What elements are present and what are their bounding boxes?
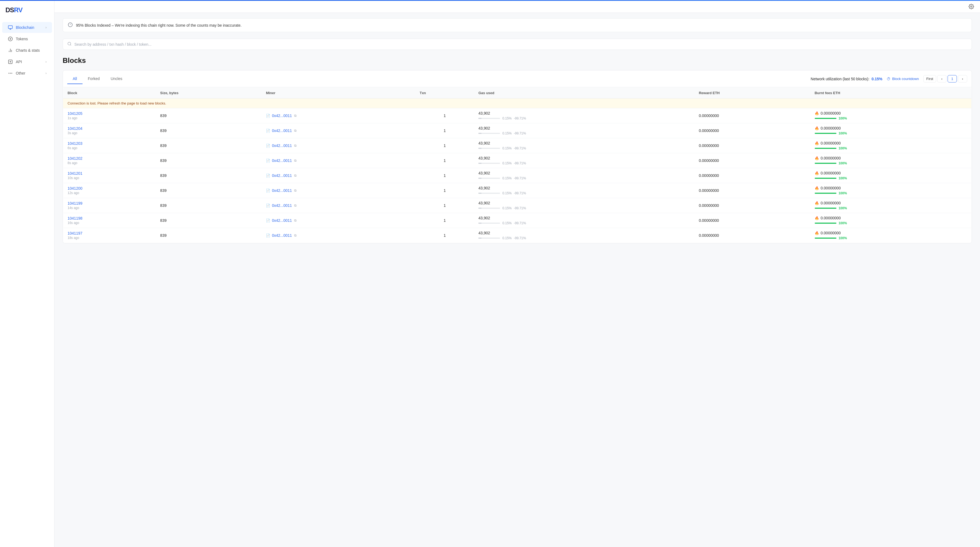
table-controls: Network utilization (last 50 blocks): 0.… bbox=[811, 75, 967, 82]
top-bar bbox=[54, 1, 980, 13]
next-page-button[interactable]: › bbox=[958, 75, 967, 82]
txn-cell-8: 1 bbox=[415, 228, 474, 243]
current-page-button[interactable]: 1 bbox=[948, 75, 957, 82]
sidebar-item-blockchain[interactable]: Blockchain › bbox=[2, 22, 52, 33]
table-row: 1041201 10s ago 839 📄 0x42...0011 ⧉ 1 43… bbox=[63, 168, 972, 183]
gas-cell-0: 43,902 0.15% -99.71% bbox=[474, 108, 694, 123]
copy-miner-button-7[interactable]: ⧉ bbox=[294, 219, 297, 222]
gas-pct-6: 0.15% bbox=[502, 206, 512, 210]
fire-icon-2: 🔥 bbox=[815, 141, 819, 145]
reward-cell-6: 0.00000000 bbox=[695, 198, 810, 213]
search-input[interactable] bbox=[74, 42, 967, 46]
table-row: 1041205 1s ago 839 📄 0x42...0011 ⧉ 1 43,… bbox=[63, 108, 972, 123]
table-row: 1041204 3s ago 839 📄 0x42...0011 ⧉ 1 43,… bbox=[63, 123, 972, 138]
svg-line-16 bbox=[70, 44, 71, 46]
copy-miner-button-0[interactable]: ⧉ bbox=[294, 114, 297, 117]
block-link-6[interactable]: 1041199 bbox=[68, 201, 151, 206]
copy-miner-button-8[interactable]: ⧉ bbox=[294, 233, 297, 237]
miner-cell-8: 📄 0x42...0011 ⧉ bbox=[261, 228, 415, 243]
miner-cell-7: 📄 0x42...0011 ⧉ bbox=[261, 213, 415, 228]
block-link-7[interactable]: 1041198 bbox=[68, 216, 151, 220]
miner-link-4[interactable]: 0x42...0011 bbox=[272, 173, 292, 178]
gas-value-4: 43,902 bbox=[478, 171, 690, 175]
pagination: First ‹ 1 › bbox=[923, 75, 967, 82]
miner-link-3[interactable]: 0x42...0011 bbox=[272, 159, 292, 163]
burnt-cell-5: 🔥 0.00000000 100% bbox=[810, 183, 972, 198]
gas-value-2: 43,902 bbox=[478, 141, 690, 145]
api-icon bbox=[8, 59, 13, 65]
gas-cell-7: 43,902 0.15% -99.71% bbox=[474, 213, 694, 228]
block-link-1[interactable]: 1041204 bbox=[68, 126, 151, 131]
burnt-value-6: 0.00000000 bbox=[821, 201, 841, 205]
burnt-pct-7: 100% bbox=[838, 221, 847, 225]
sidebar-item-api[interactable]: API › bbox=[2, 56, 52, 67]
burnt-value-4: 0.00000000 bbox=[821, 171, 841, 175]
copy-miner-button-2[interactable]: ⧉ bbox=[294, 144, 297, 147]
sidebar-blockchain-label: Blockchain bbox=[16, 25, 43, 30]
settings-icon[interactable] bbox=[969, 4, 975, 10]
block-time-0: 1s ago bbox=[68, 116, 151, 120]
txn-cell-3: 1 bbox=[415, 153, 474, 168]
size-cell-2: 839 bbox=[156, 138, 261, 153]
size-cell-6: 839 bbox=[156, 198, 261, 213]
copy-miner-button-6[interactable]: ⧉ bbox=[294, 204, 297, 208]
txn-cell-6: 1 bbox=[415, 198, 474, 213]
block-link-2[interactable]: 1041203 bbox=[68, 141, 151, 146]
table-row: 1041199 14s ago 839 📄 0x42...0011 ⧉ 1 43… bbox=[63, 198, 972, 213]
col-txn: Txn bbox=[415, 88, 474, 98]
copy-miner-button-5[interactable]: ⧉ bbox=[294, 189, 297, 192]
miner-link-7[interactable]: 0x42...0011 bbox=[272, 218, 292, 223]
block-link-4[interactable]: 1041201 bbox=[68, 171, 151, 176]
miner-file-icon-8: 📄 bbox=[266, 233, 270, 238]
miner-file-icon-5: 📄 bbox=[266, 189, 270, 193]
block-link-3[interactable]: 1041202 bbox=[68, 156, 151, 160]
logo: DSRV bbox=[0, 6, 54, 22]
svg-point-9 bbox=[12, 73, 12, 73]
block-time-2: 6s ago bbox=[68, 146, 151, 150]
miner-link-6[interactable]: 0x42...0011 bbox=[272, 203, 292, 208]
countdown-timer-icon: ⏱ bbox=[886, 77, 890, 81]
sidebar-item-other[interactable]: Other › bbox=[2, 68, 52, 79]
sidebar-tokens-label: Tokens bbox=[16, 37, 46, 41]
sidebar-item-tokens[interactable]: Tokens bbox=[2, 33, 52, 44]
block-cell-7: 1041198 16s ago bbox=[63, 213, 156, 228]
block-link-8[interactable]: 1041197 bbox=[68, 231, 151, 235]
reward-cell-8: 0.00000000 bbox=[695, 228, 810, 243]
size-cell-4: 839 bbox=[156, 168, 261, 183]
prev-page-button[interactable]: ‹ bbox=[937, 75, 947, 82]
miner-file-icon-2: 📄 bbox=[266, 144, 270, 148]
block-link-5[interactable]: 1041200 bbox=[68, 186, 151, 190]
txn-cell-2: 1 bbox=[415, 138, 474, 153]
fire-icon-8: 🔥 bbox=[815, 231, 819, 235]
burnt-cell-7: 🔥 0.00000000 100% bbox=[810, 213, 972, 228]
table-row: 1041202 8s ago 839 📄 0x42...0011 ⧉ 1 43,… bbox=[63, 153, 972, 168]
tab-forked[interactable]: Forked bbox=[83, 74, 105, 84]
miner-link-1[interactable]: 0x42...0011 bbox=[272, 128, 292, 133]
tab-uncles[interactable]: Uncles bbox=[105, 74, 128, 84]
col-size: Size, bytes bbox=[156, 88, 261, 98]
col-miner: Miner bbox=[261, 88, 415, 98]
burnt-cell-3: 🔥 0.00000000 100% bbox=[810, 153, 972, 168]
size-cell-5: 839 bbox=[156, 183, 261, 198]
miner-link-5[interactable]: 0x42...0011 bbox=[272, 188, 292, 193]
block-link-0[interactable]: 1041205 bbox=[68, 111, 151, 116]
block-cell-6: 1041199 14s ago bbox=[63, 198, 156, 213]
search-icon bbox=[67, 42, 72, 47]
copy-miner-button-3[interactable]: ⧉ bbox=[294, 159, 297, 162]
gas-value-3: 43,902 bbox=[478, 156, 690, 160]
copy-miner-button-1[interactable]: ⧉ bbox=[294, 129, 297, 133]
reward-cell-4: 0.00000000 bbox=[695, 168, 810, 183]
miner-link-0[interactable]: 0x42...0011 bbox=[272, 114, 292, 118]
burnt-pct-8: 100% bbox=[838, 236, 847, 240]
burnt-pct-2: 100% bbox=[838, 146, 847, 150]
miner-link-2[interactable]: 0x42...0011 bbox=[272, 143, 292, 148]
block-countdown-button[interactable]: ⏱ Block countdown bbox=[886, 77, 919, 81]
sidebar-item-charts[interactable]: Charts & stats bbox=[2, 45, 52, 56]
burnt-value-3: 0.00000000 bbox=[821, 156, 841, 160]
countdown-label: Block countdown bbox=[892, 77, 919, 81]
tab-all[interactable]: All bbox=[67, 74, 83, 84]
first-page-button[interactable]: First bbox=[923, 75, 936, 82]
copy-miner-button-4[interactable]: ⧉ bbox=[294, 174, 297, 178]
miner-link-8[interactable]: 0x42...0011 bbox=[272, 233, 292, 238]
burnt-value-1: 0.00000000 bbox=[821, 126, 841, 130]
